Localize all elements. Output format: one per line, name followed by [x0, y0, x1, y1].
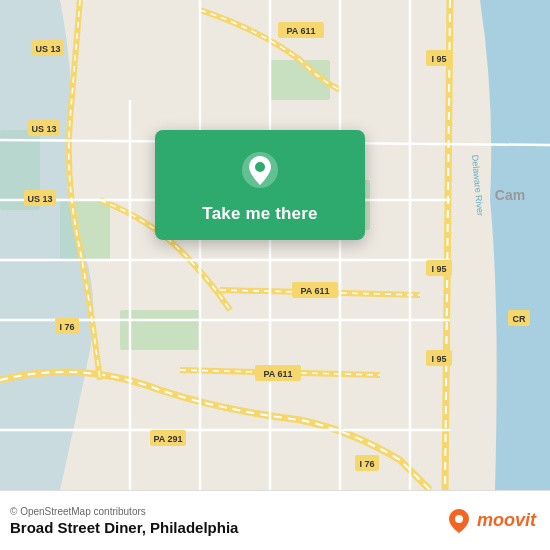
svg-text:PA 611: PA 611 [286, 26, 315, 36]
svg-rect-4 [120, 310, 200, 350]
svg-text:I 95: I 95 [431, 354, 446, 364]
svg-text:CR: CR [513, 314, 526, 324]
svg-point-52 [455, 515, 463, 523]
svg-text:I 76: I 76 [59, 322, 74, 332]
svg-text:I 95: I 95 [431, 54, 446, 64]
svg-text:PA 611: PA 611 [263, 369, 292, 379]
moovit-brand-text: moovit [477, 510, 536, 531]
svg-text:PA 611: PA 611 [300, 286, 329, 296]
map-container: PA 611 PA 611 PA 611 I 95 I 95 I 95 I 76… [0, 0, 550, 490]
moovit-pin-icon [445, 507, 473, 535]
svg-text:US 13: US 13 [35, 44, 60, 54]
svg-text:US 13: US 13 [31, 124, 56, 134]
osm-credit: © OpenStreetMap contributors [10, 506, 238, 517]
bottom-bar-left: © OpenStreetMap contributors Broad Stree… [10, 506, 238, 536]
bottom-bar: © OpenStreetMap contributors Broad Stree… [0, 490, 550, 550]
location-pin-icon [238, 148, 282, 192]
svg-text:I 95: I 95 [431, 264, 446, 274]
svg-text:Cam: Cam [495, 187, 525, 203]
location-card: Take me there [155, 130, 365, 240]
svg-text:I 76: I 76 [359, 459, 374, 469]
take-me-there-button[interactable]: Take me there [202, 202, 317, 226]
svg-text:US 13: US 13 [27, 194, 52, 204]
svg-text:PA 291: PA 291 [153, 434, 182, 444]
location-name: Broad Street Diner, Philadelphia [10, 519, 238, 536]
svg-point-51 [255, 162, 265, 172]
map-svg: PA 611 PA 611 PA 611 I 95 I 95 I 95 I 76… [0, 0, 550, 490]
moovit-logo: moovit [445, 507, 536, 535]
